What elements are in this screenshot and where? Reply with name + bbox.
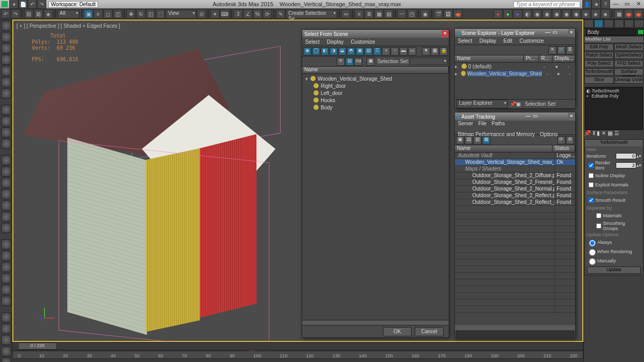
angle-snap[interactable]: ∠ xyxy=(243,9,252,18)
maximize-button[interactable]: ▭ xyxy=(621,1,633,8)
select-dlg-menu-display[interactable]: Display xyxy=(327,39,344,45)
btn-mesh-select[interactable]: Mesh Select xyxy=(614,44,643,51)
helper-a[interactable] xyxy=(1,239,11,250)
btn-turbosmooth[interactable]: TurboSmooth xyxy=(584,68,614,75)
z-constraint[interactable]: ● xyxy=(513,9,522,18)
vray-cam[interactable]: ◉ xyxy=(552,9,561,18)
keymode-button[interactable]: ⌨ xyxy=(220,9,229,18)
tube-preset[interactable] xyxy=(1,77,11,87)
stack-show-icon[interactable]: Ⅱ xyxy=(593,130,595,136)
workspace-selector[interactable]: Workspace: Default xyxy=(48,1,98,8)
filter-group-icon[interactable]: ▣ xyxy=(356,47,364,55)
asset-row[interactable]: Autodesk VaultLogge... xyxy=(455,153,575,159)
vray-tool-b[interactable]: ◈ xyxy=(591,9,600,18)
scene-exp-min[interactable]: — xyxy=(544,29,551,36)
render-button[interactable]: 🫖 xyxy=(453,9,463,18)
misc-b[interactable] xyxy=(1,323,11,334)
sphere-preset[interactable] xyxy=(1,21,11,31)
btn-surface-select[interactable]: Surface Select xyxy=(614,68,643,75)
scene-exp-clear-icon[interactable]: ✕ xyxy=(548,46,557,54)
cone-preset[interactable] xyxy=(1,66,11,76)
select-dlg-tree[interactable]: ▾Wooden_Vertical_Storage_ShedRight_doorL… xyxy=(302,74,449,112)
box-preset[interactable] xyxy=(1,32,11,42)
stack-config-icon[interactable]: ▦ xyxy=(608,130,613,136)
scene-exp-rows[interactable]: ▸0 (default)-●-▸Wooden_Vertical_Storage_… xyxy=(455,63,575,77)
select-dlg-close[interactable]: ✕ xyxy=(441,30,449,37)
cmd-tab-motion[interactable] xyxy=(614,20,624,28)
btn-poly-select[interactable]: Poly Select xyxy=(584,60,614,67)
help-search-input[interactable] xyxy=(513,1,580,8)
select-dlg-hscroll[interactable] xyxy=(302,320,449,325)
scene-exp-menu-select[interactable]: Select xyxy=(458,38,472,44)
window-crossing-toggle[interactable]: ◫ xyxy=(113,9,122,18)
selset-dropdown[interactable] xyxy=(410,58,448,65)
move-tool[interactable]: ✥ xyxy=(126,9,136,18)
tree-node[interactable]: Left_door xyxy=(302,89,449,97)
geo-a[interactable] xyxy=(1,155,11,165)
placement-tool[interactable]: ⬚ xyxy=(156,9,165,18)
titlebar-tool-4[interactable]: ↷ xyxy=(37,0,46,9)
asset-settings-icon[interactable]: ⚙ xyxy=(566,136,574,144)
isoline-check[interactable] xyxy=(588,173,594,178)
asset-ic4[interactable]: ▦ xyxy=(482,136,490,144)
cmd-tab-display[interactable] xyxy=(624,20,634,28)
filter-cam-icon[interactable]: ◑ xyxy=(329,47,338,55)
misc-d[interactable] xyxy=(1,346,11,356)
btn-spline-select[interactable]: SplineSelect xyxy=(614,52,643,59)
object-color-swatch[interactable] xyxy=(637,29,644,35)
filter-shape-icon[interactable]: ◯ xyxy=(312,47,320,55)
rotate-tool[interactable]: ↻ xyxy=(136,9,145,18)
minimize-button[interactable]: — xyxy=(610,1,621,8)
update-manual-radio[interactable] xyxy=(589,258,596,265)
filter-a-icon[interactable]: ▪ xyxy=(382,47,390,55)
modifier-list-combo[interactable]: Modifier List xyxy=(584,36,644,43)
render-iters-input[interactable] xyxy=(616,162,636,168)
vray-light-1[interactable]: ◉ xyxy=(532,9,542,18)
geo-c[interactable] xyxy=(1,178,11,188)
geo-e[interactable] xyxy=(1,200,11,211)
named-sel-edit[interactable]: ✎ xyxy=(276,9,285,18)
asset-row[interactable]: Outdoor_Storage_Shed_2_Normal.pngFound xyxy=(455,186,575,193)
vray-fb-button[interactable]: ▦ xyxy=(614,9,623,18)
modifier-stack[interactable]: ◐TurboSmooth ▪Editable Poly xyxy=(585,87,643,130)
misc-e[interactable] xyxy=(1,357,11,362)
filter-space-icon[interactable]: ◓ xyxy=(347,47,355,55)
select-dlg-col-header[interactable]: Name xyxy=(302,67,449,74)
cmd-tab-utilities[interactable] xyxy=(634,20,644,28)
helper-d[interactable] xyxy=(1,273,11,283)
smooth-result-check[interactable] xyxy=(588,198,594,203)
stack-pin-icon[interactable]: 📌 xyxy=(584,130,591,136)
geo-f[interactable] xyxy=(1,212,11,222)
teapot-preset[interactable] xyxy=(1,105,11,115)
filter-b-icon[interactable]: ▫ xyxy=(391,47,399,55)
vray-light-2[interactable]: ◉ xyxy=(542,9,551,18)
helper-c[interactable] xyxy=(1,262,11,272)
mirror-button[interactable]: ⇔ xyxy=(341,9,351,18)
ref-coord-dropdown[interactable]: View xyxy=(165,10,196,18)
vray-tool-c[interactable]: ◈ xyxy=(601,9,610,18)
layer-row[interactable]: ▸0 (default)-●- xyxy=(455,63,575,70)
scene-exp-mode-combo[interactable]: Layer Explorer xyxy=(456,100,508,108)
helper-b[interactable] xyxy=(1,251,11,261)
btn-edit-poly[interactable]: Edit Poly xyxy=(584,44,614,51)
layers-button[interactable]: ≣ xyxy=(364,9,374,18)
filter-dropdown[interactable]: All xyxy=(57,10,80,18)
helper-f[interactable] xyxy=(1,296,11,306)
selset-icon[interactable]: ▣ xyxy=(366,58,375,66)
vray-render[interactable]: 🫖 xyxy=(634,9,643,18)
geo-g[interactable] xyxy=(1,223,11,233)
cmd-tab-hierarchy[interactable] xyxy=(604,20,614,28)
unlink-button[interactable]: ⛓̸ xyxy=(34,9,43,18)
asset-ic3[interactable]: ▥ xyxy=(473,136,482,144)
view-cols-icon[interactable]: ▦ xyxy=(431,47,439,55)
asset-row[interactable]: Maps / Shaders xyxy=(455,166,575,173)
select-tool[interactable]: ▣ xyxy=(84,9,93,18)
select-dlg-cancel[interactable]: Cancel xyxy=(415,327,444,336)
cmd-tab-create[interactable] xyxy=(584,20,594,28)
scene-exp-sync-icon[interactable]: ▣ xyxy=(516,101,521,107)
rendered-frame-button[interactable]: 🖼 xyxy=(444,9,453,18)
schematic-button[interactable]: ◳ xyxy=(407,9,416,18)
undo-button[interactable]: ↶ xyxy=(1,9,10,18)
layer-row[interactable]: ▸Wooden_Vertical_Storage_Shed-●- xyxy=(455,70,575,77)
sep-materials-check[interactable] xyxy=(596,213,601,218)
